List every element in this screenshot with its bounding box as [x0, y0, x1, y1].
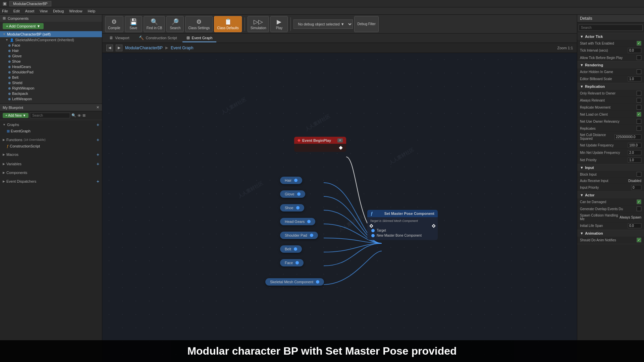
- animation-header[interactable]: ▼ Animation: [577, 230, 644, 237]
- bp-graphs-header[interactable]: ▼Graphs +: [0, 121, 102, 128]
- node-event-begin-play[interactable]: ◆ Event BeginPlay ✕: [294, 137, 346, 152]
- menu-help[interactable]: Help: [88, 9, 95, 13]
- should-do-anim-checkbox[interactable]: [637, 238, 641, 242]
- net-update-input[interactable]: [628, 143, 641, 148]
- generate-overlap-checkbox[interactable]: [637, 206, 641, 211]
- window-tab[interactable]: ModularCharacterBP: [9, 1, 51, 6]
- tab-construction[interactable]: 🔨 Construction Script: [135, 34, 181, 42]
- bp-functions-header[interactable]: ▶Functions (18 Overridable) +: [0, 136, 102, 143]
- comp-rightweapon[interactable]: ⊕RightWeapon: [0, 85, 102, 91]
- menu-window[interactable]: Window: [69, 9, 82, 13]
- headgears-output-pin[interactable]: [307, 220, 311, 223]
- functions-add-button[interactable]: +: [97, 137, 99, 142]
- initial-life-span-input[interactable]: [628, 223, 641, 228]
- net-priority-input[interactable]: [628, 158, 641, 163]
- glove-output-pin[interactable]: [297, 192, 301, 196]
- new-master-pin[interactable]: [371, 234, 375, 237]
- bp-dispatchers-header[interactable]: ▶Event Dispatchers +: [0, 178, 102, 185]
- setmaster-exec-in[interactable]: [369, 224, 373, 228]
- search-button[interactable]: 🔎 Search: [166, 16, 184, 32]
- comp-glove[interactable]: ⊕Glove: [0, 53, 102, 59]
- actor-header[interactable]: ▼ Actor: [577, 192, 644, 198]
- menu-view[interactable]: View: [40, 9, 48, 13]
- component-skeletal[interactable]: ▼ 👤 SkeletalMeshComponent (Inherited): [0, 37, 102, 43]
- bp-event-graph[interactable]: ⊞ EventGraph: [0, 128, 102, 134]
- eye-icon[interactable]: 👁: [77, 114, 81, 118]
- add-component-button[interactable]: + Add Component ▼: [3, 23, 44, 29]
- menu-asset[interactable]: Asset: [25, 9, 35, 13]
- debug-filter-button[interactable]: Debug Filter: [354, 16, 378, 32]
- node-glove[interactable]: Glove: [280, 190, 305, 198]
- menu-file[interactable]: File: [2, 9, 8, 13]
- node-hair[interactable]: Hair: [280, 177, 302, 184]
- replicates-checkbox[interactable]: [637, 126, 641, 131]
- debug-object-select[interactable]: No debug object selected ▼: [293, 19, 353, 29]
- comp-hair[interactable]: ⊕Hair: [0, 48, 102, 53]
- comp-headgears[interactable]: ⊕HeadGears: [0, 64, 102, 69]
- bp-variables-header[interactable]: ▶Variables +: [0, 160, 102, 168]
- close-icon[interactable]: ✕: [96, 105, 99, 110]
- comp-face[interactable]: ⊕Face: [0, 43, 102, 48]
- component-root[interactable]: ▼ ModularCharacterBP (self): [0, 31, 102, 37]
- net-use-owner-checkbox[interactable]: [637, 119, 641, 124]
- tab-viewport[interactable]: 🖥 Viewport: [105, 34, 133, 42]
- breadcrumb-graph[interactable]: Event Graph: [171, 46, 193, 50]
- simulation-button[interactable]: ▷▷ Simulation: [248, 16, 269, 32]
- editor-billboard-input[interactable]: [628, 76, 641, 81]
- dispatchers-add-button[interactable]: +: [97, 179, 99, 184]
- save-button[interactable]: 💾 Save: [125, 16, 142, 32]
- only-relevant-checkbox[interactable]: [637, 91, 641, 96]
- bp-construction-script[interactable]: ƒ ConstructionScript: [0, 143, 102, 149]
- can-be-damaged-checkbox[interactable]: [637, 199, 641, 204]
- begin-play-exec-pin[interactable]: [339, 146, 342, 149]
- class-settings-button[interactable]: ⚙ Class Settings: [185, 16, 213, 32]
- net-load-checkbox[interactable]: [637, 112, 641, 117]
- search-icon[interactable]: 🔍: [71, 113, 76, 118]
- comp-backpack[interactable]: ⊕Backpack: [0, 91, 102, 96]
- compile-button[interactable]: ⚙ Compile: [105, 16, 123, 32]
- actor-tick-header[interactable]: ▼ Actor Tick: [577, 33, 644, 40]
- graphs-add-button[interactable]: +: [97, 122, 99, 127]
- bp-components-section-header[interactable]: ▶Components: [0, 170, 102, 176]
- rendering-header[interactable]: ▼ Rendering: [577, 62, 644, 68]
- actor-hidden-checkbox[interactable]: [637, 69, 641, 74]
- node-set-master-pose[interactable]: ƒ Set Master Pose Component Target is Sk…: [367, 210, 438, 240]
- macros-add-button[interactable]: +: [97, 152, 99, 157]
- always-relevant-checkbox[interactable]: [637, 98, 641, 103]
- belt-output-pin[interactable]: [294, 247, 297, 251]
- grid-icon[interactable]: ⊞: [83, 113, 86, 118]
- min-net-update-input[interactable]: [628, 150, 641, 155]
- forward-button[interactable]: ▶: [116, 45, 122, 51]
- replication-header[interactable]: ▼ Replication: [577, 83, 644, 90]
- node-belt[interactable]: Belt: [280, 245, 302, 253]
- skeletal-output-pin[interactable]: [316, 280, 319, 284]
- setmaster-exec-out[interactable]: [432, 224, 435, 228]
- net-cull-input[interactable]: [614, 134, 641, 139]
- shoe-output-pin[interactable]: [296, 206, 300, 209]
- start-tick-checkbox[interactable]: [637, 41, 641, 46]
- add-new-button[interactable]: + Add New ▼: [3, 113, 29, 118]
- node-skeletal-mesh[interactable]: Skeletal Mesh Component: [265, 278, 324, 286]
- input-header[interactable]: ▼ Input: [577, 164, 644, 171]
- menu-debug[interactable]: Debug: [53, 9, 64, 13]
- comp-shield[interactable]: ⊕Shield: [0, 80, 102, 85]
- node-head-gears[interactable]: Head Gears: [280, 218, 315, 225]
- hair-output-pin[interactable]: [294, 179, 298, 182]
- comp-belt[interactable]: ⊕Belt: [0, 75, 102, 80]
- face-output-pin[interactable]: [296, 261, 299, 264]
- breadcrumb-bp[interactable]: ModularCharacterBP: [125, 46, 163, 50]
- bp-macros-header[interactable]: ▶Macros +: [0, 151, 102, 158]
- play-button[interactable]: ▶ Play: [270, 16, 288, 32]
- comp-shoe[interactable]: ⊕Shoe: [0, 59, 102, 64]
- node-shoe[interactable]: Shoe: [280, 204, 304, 212]
- input-priority-input[interactable]: [631, 185, 641, 190]
- graph-canvas[interactable]: 人人素材社区 人人素材社区 人人素材社区 人人素材社区 人人素材社区: [102, 53, 577, 362]
- back-button[interactable]: ◀: [106, 45, 113, 51]
- menu-edit[interactable]: Edit: [13, 9, 20, 13]
- class-defaults-button[interactable]: 📋 Class Defaults: [214, 16, 241, 32]
- replicate-movement-checkbox[interactable]: [637, 105, 641, 110]
- blueprint-search-input[interactable]: [30, 113, 70, 118]
- comp-leftweapon[interactable]: ⊕LeftWeapon: [0, 96, 102, 102]
- allow-tick-checkbox[interactable]: [637, 55, 641, 60]
- node-face[interactable]: Face: [280, 259, 304, 266]
